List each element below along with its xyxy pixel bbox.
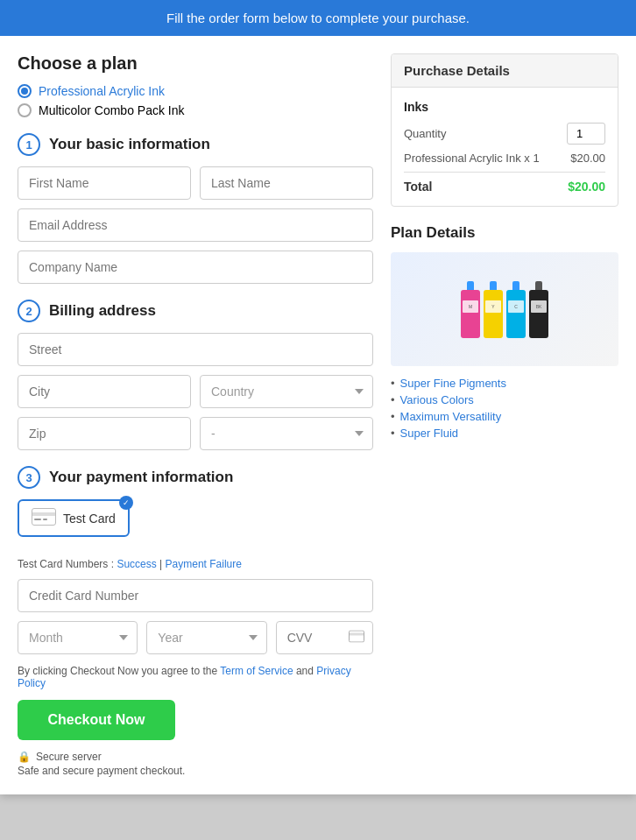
- cvv-card-icon: [349, 631, 364, 646]
- svg-rect-5: [34, 519, 41, 520]
- cc-number-input[interactable]: [18, 579, 373, 612]
- purchase-details-body: Inks Quantity Professional Acrylic Ink x…: [392, 88, 618, 206]
- street-input[interactable]: [18, 333, 373, 366]
- bullet-2: Maximum Versatility: [391, 410, 618, 423]
- city-input[interactable]: [18, 375, 191, 408]
- total-divider: [404, 172, 605, 173]
- state-select[interactable]: -: [200, 417, 373, 450]
- section3-title: Your payment information: [49, 469, 233, 486]
- section1-number: 1: [18, 133, 40, 156]
- lock-icon: 🔒: [18, 751, 31, 763]
- secure-server-text: Secure server: [36, 751, 102, 763]
- country-select[interactable]: Country: [200, 375, 373, 408]
- product-image: M Y C: [391, 252, 618, 366]
- section3-header: 3 Your payment information: [18, 466, 373, 489]
- card-selected-badge: [119, 496, 133, 510]
- success-link[interactable]: Success: [117, 558, 156, 570]
- plan-bullets: Super Fine Pigments Various Colors Maxim…: [391, 377, 618, 440]
- test-card-label: Test Card Numbers :: [18, 558, 114, 570]
- svg-point-1: [21, 88, 28, 95]
- first-name-input[interactable]: [18, 166, 191, 200]
- product-label: Professional Acrylic Ink x 1: [404, 152, 540, 165]
- product-price: $20.00: [570, 152, 605, 165]
- year-select[interactable]: Year 202420252026 202720282029: [146, 621, 266, 654]
- cc-row: [18, 579, 373, 612]
- email-input[interactable]: [18, 208, 373, 242]
- left-panel: Choose a plan Professional Acrylic Ink M…: [18, 53, 373, 777]
- name-row: [18, 166, 373, 200]
- section2-header: 2 Billing address: [18, 300, 373, 322]
- total-value: $20.00: [568, 180, 605, 194]
- safe-payment-text: Safe and secure payment checkout.: [18, 765, 373, 777]
- banner-text: Fill the order form below to complete yo…: [166, 11, 470, 25]
- bullet-1: Various Colors: [391, 393, 618, 406]
- card-payment-button[interactable]: Test Card: [18, 499, 130, 537]
- svg-rect-8: [350, 633, 364, 636]
- product-row: Professional Acrylic Ink x 1 $20.00: [404, 152, 605, 165]
- zip-input[interactable]: [18, 417, 191, 450]
- checkout-button[interactable]: Checkout Now: [18, 700, 175, 740]
- section1-title: Your basic information: [49, 136, 210, 153]
- section3-number: 3: [18, 466, 40, 489]
- failure-link[interactable]: Payment Failure: [166, 558, 242, 570]
- svg-rect-7: [349, 631, 364, 642]
- plan-professional-label: Professional Acrylic Ink: [39, 84, 165, 98]
- street-row: [18, 333, 373, 366]
- radio-selected-icon: [18, 84, 32, 98]
- radio-unselected-icon: [18, 103, 32, 117]
- tos-text: By clicking Checkout Now you agree to th…: [18, 665, 373, 689]
- total-row: Total $20.00: [404, 180, 605, 194]
- svg-rect-4: [32, 512, 55, 516]
- purchase-details-header: Purchase Details: [392, 54, 618, 88]
- right-panel: Purchase Details Inks Quantity Professio…: [391, 53, 618, 777]
- test-card-info: Test Card Numbers : Success | Payment Fa…: [18, 558, 373, 570]
- ink-bottles-graphic: M Y C: [461, 281, 548, 338]
- purchase-details-box: Purchase Details Inks Quantity Professio…: [391, 53, 618, 207]
- expiry-cvv-row: Month 010203 040506 070809 101112 Year 2…: [18, 621, 373, 654]
- section2-number: 2: [18, 300, 40, 322]
- svg-rect-3: [32, 509, 56, 526]
- top-banner: Fill the order form below to complete yo…: [0, 0, 636, 36]
- bullet-3: Super Fluid: [391, 427, 618, 440]
- section1-header: 1 Your basic information: [18, 133, 373, 156]
- city-country-row: Country: [18, 375, 373, 408]
- plan-multicolor-label: Multicolor Combo Pack Ink: [39, 103, 185, 117]
- svg-rect-6: [43, 519, 47, 520]
- quantity-row: Quantity: [404, 123, 605, 145]
- quantity-label: Quantity: [404, 127, 446, 140]
- quantity-input[interactable]: [567, 123, 605, 145]
- section2-title: Billing address: [49, 302, 156, 320]
- inks-title: Inks: [404, 100, 605, 114]
- tos-link[interactable]: Term of Service: [220, 665, 293, 677]
- card-icon: [32, 508, 56, 528]
- plan-option-professional[interactable]: Professional Acrylic Ink: [18, 84, 373, 98]
- tos-prefix: By clicking Checkout Now you agree to th…: [18, 665, 220, 677]
- company-input[interactable]: [18, 251, 373, 284]
- month-select[interactable]: Month 010203 040506 070809 101112: [18, 621, 138, 654]
- tos-middle: and: [296, 665, 316, 677]
- email-row: [18, 208, 373, 242]
- secure-row: 🔒 Secure server: [18, 751, 373, 763]
- choose-plan-title: Choose a plan: [18, 53, 373, 74]
- total-label: Total: [404, 180, 432, 194]
- card-label: Test Card: [63, 512, 116, 526]
- plan-details-title: Plan Details: [391, 224, 618, 242]
- zip-state-row: -: [18, 417, 373, 450]
- plan-option-multicolor[interactable]: Multicolor Combo Pack Ink: [18, 103, 373, 117]
- last-name-input[interactable]: [200, 166, 373, 200]
- company-row: [18, 251, 373, 284]
- bullet-0: Super Fine Pigments: [391, 377, 618, 390]
- svg-point-2: [18, 104, 31, 116]
